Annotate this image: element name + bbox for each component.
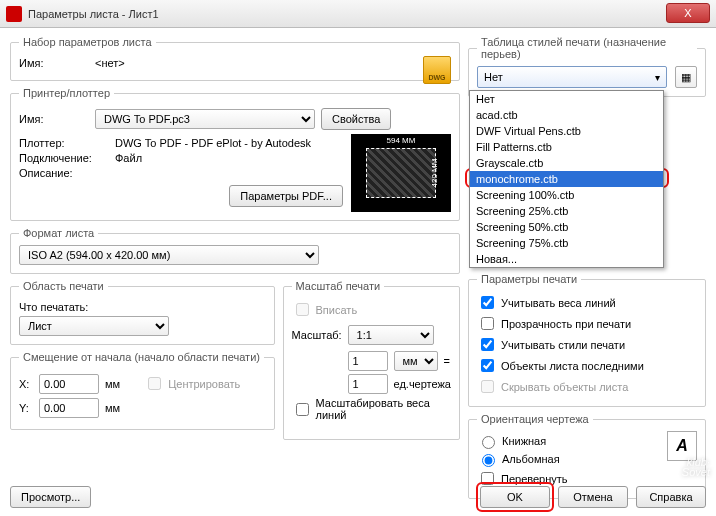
pdf-options-button[interactable]: Параметры PDF... (229, 185, 343, 207)
offset-y-input[interactable] (39, 398, 99, 418)
pageset-group: Набор параметров листа Имя: <нет> DWG (10, 36, 460, 81)
app-icon (6, 6, 22, 22)
plot-area-group: Область печати Что печатать: Лист (10, 280, 275, 345)
titlebar: Параметры листа - Лист1 X (0, 0, 716, 28)
plotter-value: DWG To PDF - PDF ePlot - by Autodesk (115, 137, 311, 149)
opt-styles[interactable]: Учитывать стили печати (477, 335, 697, 354)
scale-unit-select[interactable]: мм (394, 351, 438, 371)
scale-num-input[interactable] (348, 351, 388, 371)
printer-legend: Принтер/плоттер (19, 87, 114, 99)
help-button[interactable]: Справка (636, 486, 706, 508)
plotter-label: Плоттер: (19, 137, 109, 149)
orient-portrait[interactable]: Книжная (477, 433, 659, 449)
opt-lineweights[interactable]: Учитывать веса линий (477, 293, 697, 312)
offset-group: Смещение от начала (начало области печат… (10, 351, 275, 430)
plot-style-dropdown: Нет acad.ctb DWF Virtual Pens.ctb Fill P… (469, 90, 664, 268)
printer-name-label: Имя: (19, 113, 89, 125)
equals-label: = (444, 355, 450, 367)
scale-select[interactable]: 1:1 (348, 325, 434, 345)
scale-den-unit: ед.чертежа (394, 378, 451, 390)
offset-y-unit: мм (105, 402, 120, 414)
paper-legend: Формат листа (19, 227, 98, 239)
dd-item[interactable]: Fill Patterns.ctb (470, 139, 663, 155)
opt-transparency[interactable]: Прозрачность при печати (477, 314, 697, 333)
cancel-button[interactable]: Отмена (558, 486, 628, 508)
preview-button[interactable]: Просмотр... (10, 486, 91, 508)
dd-item[interactable]: Screening 25%.ctb (470, 203, 663, 219)
dwg-icon: DWG (423, 56, 451, 84)
dd-item[interactable]: Новая... (470, 251, 663, 267)
orient-landscape[interactable]: Альбомная (477, 451, 659, 467)
what-to-plot-label: Что печатать: (19, 301, 88, 313)
window-title: Параметры листа - Лист1 (28, 8, 159, 20)
dd-item[interactable]: Screening 50%.ctb (470, 219, 663, 235)
orientation-icon: A (667, 431, 697, 461)
printer-properties-button[interactable]: Свойства (321, 108, 391, 130)
fit-checkbox: Вписать (292, 300, 451, 319)
paper-group: Формат листа ISO A2 (594.00 x 420.00 мм) (10, 227, 460, 274)
dd-item[interactable]: Grayscale.ctb (470, 155, 663, 171)
connection-label: Подключение: (19, 152, 109, 164)
pageset-name-value: <нет> (95, 57, 125, 69)
dd-item[interactable]: DWF Virtual Pens.ctb (470, 123, 663, 139)
offset-x-unit: мм (105, 378, 120, 390)
plot-area-legend: Область печати (19, 280, 108, 292)
printer-select[interactable]: DWG To PDF.pc3 (95, 109, 315, 129)
connection-value: Файл (115, 152, 142, 164)
offset-y-label: Y: (19, 402, 33, 414)
preview-width-label: 594 MM (351, 136, 451, 145)
plot-style-legend: Таблица стилей печати (назначение перьев… (477, 36, 697, 60)
paper-preview: 594 MM 420 MM (351, 134, 451, 212)
what-to-plot-select[interactable]: Лист (19, 316, 169, 336)
printer-group: Принтер/плоттер Имя: DWG To PDF.pc3 Свой… (10, 87, 460, 221)
scale-den-input[interactable] (348, 374, 388, 394)
scale-lineweights-checkbox[interactable]: Масштабировать веса линий (292, 397, 451, 421)
dd-item[interactable]: Screening 75%.ctb (470, 235, 663, 251)
ok-button[interactable]: OK (480, 486, 550, 508)
orientation-legend: Ориентация чертежа (477, 413, 593, 425)
dd-item[interactable]: Нет (470, 91, 663, 107)
plot-style-select[interactable]: Нет (477, 66, 667, 88)
offset-x-label: X: (19, 378, 33, 390)
pageset-name-label: Имя: (19, 57, 89, 69)
scale-group: Масштаб печати Вписать Масштаб: 1:1 мм = (283, 280, 460, 440)
plot-style-group: Таблица стилей печати (назначение перьев… (468, 36, 706, 97)
description-label: Описание: (19, 167, 109, 179)
pageset-legend: Набор параметров листа (19, 36, 156, 48)
dd-item-selected[interactable]: monochrome.ctb (470, 171, 663, 187)
dd-item[interactable]: acad.ctb (470, 107, 663, 123)
scale-label: Масштаб: (292, 329, 342, 341)
opt-hide: Скрывать объекты листа (477, 377, 697, 396)
opt-last[interactable]: Объекты листа последними (477, 356, 697, 375)
plot-options-group: Параметры печати Учитывать веса линий Пр… (468, 273, 706, 407)
offset-x-input[interactable] (39, 374, 99, 394)
plot-style-edit-button[interactable]: ▦ (675, 66, 697, 88)
plot-options-legend: Параметры печати (477, 273, 581, 285)
preview-height-label: 420 MM (430, 159, 439, 188)
close-button[interactable]: X (666, 3, 710, 23)
scale-legend: Масштаб печати (292, 280, 385, 292)
paper-size-select[interactable]: ISO A2 (594.00 x 420.00 мм) (19, 245, 319, 265)
center-checkbox: Центрировать (144, 374, 240, 393)
dd-item[interactable]: Screening 100%.ctb (470, 187, 663, 203)
offset-legend: Смещение от начала (начало области печат… (19, 351, 264, 363)
